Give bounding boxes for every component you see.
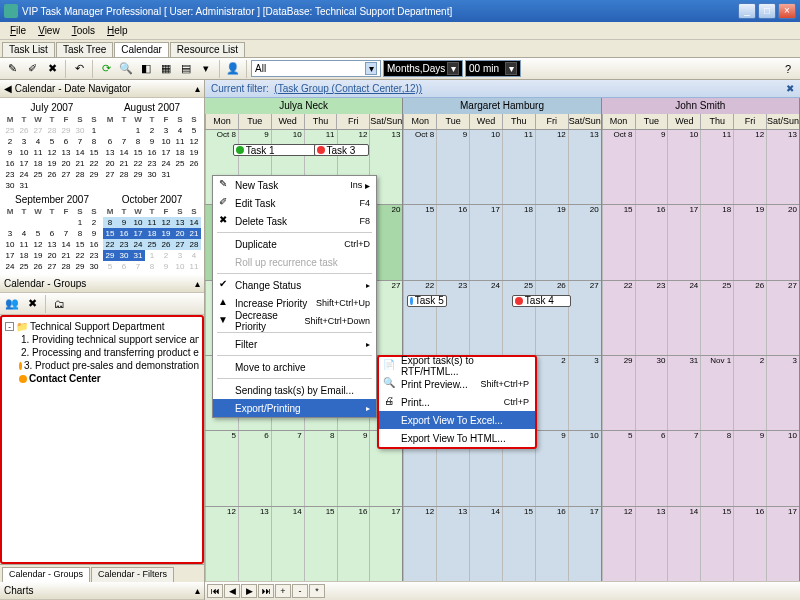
filter-clear-icon[interactable]: ✖ [786,83,794,94]
fullday-icon[interactable]: ▦ [157,60,175,78]
ctx-edit-task[interactable]: ✐Edit TaskF4 [213,194,376,212]
title-bar: VIP Task Manager Professional [ User: Ad… [0,0,800,22]
nav-first-icon[interactable]: ⏮ [207,584,223,598]
tab-task-list[interactable]: Task List [2,42,55,57]
tab-resource-list[interactable]: Resource List [170,42,245,57]
sub-export-excel[interactable]: Export View To Excel... [379,411,535,429]
delete-task-icon[interactable]: ✖ [43,60,61,78]
nav-minus-icon[interactable]: - [292,584,308,598]
resource-header: Margaret Hamburg [403,98,600,114]
nav-prev-icon[interactable]: ◀ [224,584,240,598]
mini-calendars[interactable]: July 2007MTWTFSS252627282930123456789101… [0,98,204,275]
menu-help[interactable]: Help [101,24,134,37]
ctx-archive[interactable]: Move to archive [213,358,376,376]
zoom-in-icon[interactable]: 🔍 [117,60,135,78]
collapse-charts-icon[interactable]: ▴ [195,585,200,596]
groups-tree[interactable]: -📁Technical Support Department 1. Provid… [0,315,204,564]
calendar-task[interactable]: Task 3 [314,144,369,156]
close-button[interactable]: × [778,3,796,19]
app-icon [4,4,18,18]
tab-calendar[interactable]: Calendar [114,42,169,57]
navigator-header: ◀ Calendar - Date Navigator ▴ [0,80,204,98]
export-submenu[interactable]: 📄Export task(s) to RTF/HTML... 🔍Print Pr… [377,355,537,449]
ctx-duplicate[interactable]: DuplicateCtrl+D [213,235,376,253]
minute-combo[interactable]: 00 min▾ [465,60,521,77]
calendar-task[interactable]: Task 4 [512,295,571,307]
groups-header: Calendar - Groups▴ [0,275,204,293]
main-toolbar: ✎ ✐ ✖ ↶ ⟳ 🔍 ◧ ▦ ▤ ▾ 👤 All▾ Months,Days▾ … [0,58,800,80]
sub-print-preview[interactable]: 🔍Print Preview...Shift+Ctrl+P [379,375,535,393]
filter-bar: Current filter: (Task Group (Contact Cen… [205,80,800,98]
ctx-delete-task[interactable]: ✖Delete TaskF8 [213,212,376,230]
tree-item[interactable]: 3. Product pre-sales and demonstration [24,360,199,371]
ctx-change-status[interactable]: ✔Change Status▸ [213,276,376,294]
minimize-button[interactable]: _ [738,3,756,19]
filter-text: (Task Group (Contact Center,12)) [274,83,422,94]
ctx-rollup[interactable]: Roll up recurrence task [213,253,376,271]
calendar-task[interactable]: Task 5 [407,295,446,307]
new-task-icon[interactable]: ✎ [3,60,21,78]
charts-header: Charts▴ [0,582,204,600]
tree-item[interactable]: 1. Providing technical support service a… [21,334,199,345]
drop-icon[interactable]: ▾ [197,60,215,78]
nav-buttons: ⏮ ◀ ▶ ⏭ + - * [205,581,800,600]
edit-task-icon[interactable]: ✐ [23,60,41,78]
tree-root[interactable]: Technical Support Department [30,321,165,332]
groups-toolbar: 👥 ✖ 🗂 [0,293,204,315]
ctx-email[interactable]: Sending task(s) by Email... [213,381,376,399]
filter-combo[interactable]: All▾ [251,60,381,77]
maximize-button[interactable]: □ [758,3,776,19]
collapse-groups-icon[interactable]: ▴ [195,278,200,289]
left-panel: ◀ Calendar - Date Navigator ▴ July 2007M… [0,80,205,600]
tab-calendar-filters[interactable]: Calendar - Filters [91,567,174,582]
tree-item-selected[interactable]: Contact Center [29,373,101,384]
context-menu[interactable]: ✎New TaskIns ▸ ✐Edit TaskF4 ✖Delete Task… [212,175,377,418]
group-del-icon[interactable]: ✖ [23,295,41,313]
sub-export-rtf[interactable]: 📄Export task(s) to RTF/HTML... [379,357,535,375]
timeline-icon[interactable]: ▤ [177,60,195,78]
tab-task-tree[interactable]: Task Tree [56,42,113,57]
nav-last-icon[interactable]: ⏭ [258,584,274,598]
menu-bar: File View Tools Help [0,22,800,40]
ctx-dec-priority[interactable]: ▼Decrease PriorityShift+Ctrl+Down [213,312,376,330]
tab-calendar-groups[interactable]: Calendar - Groups [2,567,90,582]
expand-icon[interactable]: - [5,322,14,331]
resource-icon[interactable]: 👤 [224,60,242,78]
unit-combo[interactable]: Months,Days▾ [383,60,463,77]
window-title: VIP Task Manager Professional [ User: Ad… [22,6,736,17]
filter-label: Current filter: [211,83,269,94]
ctx-filter[interactable]: Filter▸ [213,335,376,353]
ctx-new-task[interactable]: ✎New TaskIns ▸ [213,176,376,194]
sub-print[interactable]: 🖨Print...Ctrl+P [379,393,535,411]
resource-header: John Smith [602,98,799,114]
sub-export-html[interactable]: Export View To HTML... [379,429,535,447]
group-refresh-icon[interactable]: 🗂 [50,295,68,313]
nav-next-icon[interactable]: ▶ [241,584,257,598]
main-tabs: Task List Task Tree Calendar Resource Li… [0,40,800,58]
resource-header: Julya Neck [205,98,402,114]
undo-icon[interactable]: ↶ [70,60,88,78]
group-add-icon[interactable]: 👥 [3,295,21,313]
help-icon[interactable]: ? [779,60,797,78]
nav-star-icon[interactable]: * [309,584,325,598]
collapse-icon[interactable]: ▴ [195,83,200,94]
menu-tools[interactable]: Tools [66,24,101,37]
nav-add-icon[interactable]: + [275,584,291,598]
menu-file[interactable]: File [4,24,32,37]
menu-view[interactable]: View [32,24,66,37]
ctx-export-printing[interactable]: Export/Printing▸ [213,399,376,417]
tree-item[interactable]: 2. Processing and transferring product e… [21,347,199,358]
refresh-icon[interactable]: ⟳ [97,60,115,78]
workday-icon[interactable]: ◧ [137,60,155,78]
